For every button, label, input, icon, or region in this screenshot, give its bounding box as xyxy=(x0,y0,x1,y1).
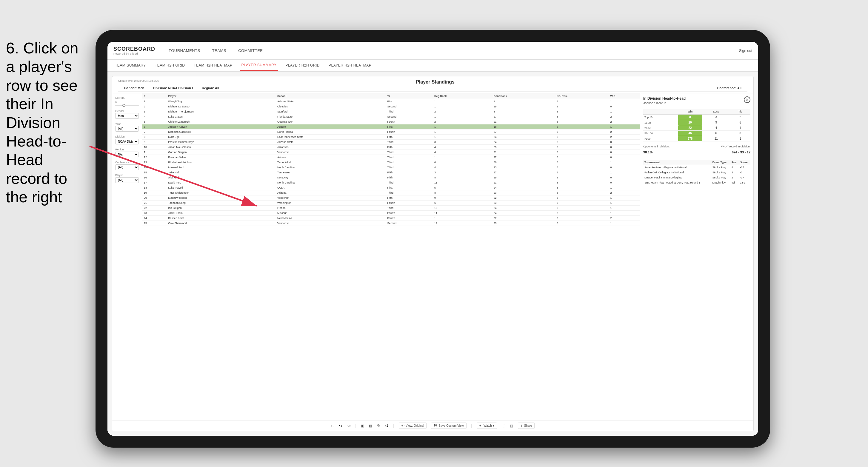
table-row[interactable]: 5 Christo Lamprecht Georgia Tech Fourth … xyxy=(142,119,640,124)
tournament-score: 18-1 xyxy=(739,180,750,185)
cell-school: North Carolina xyxy=(276,165,385,170)
cell-school: East Tennessee State xyxy=(276,134,385,139)
table-row[interactable]: 18 Luke Powell UCLA First 5 24 8 1 xyxy=(142,185,640,190)
h2h-row-26-50[interactable]: 26-50 22 4 1 xyxy=(643,125,750,131)
cell-no-rds: 8 xyxy=(555,216,609,221)
cell-reg-rank: 1 xyxy=(433,134,492,139)
h2h-row-gt100[interactable]: >100 578 11 1 xyxy=(643,136,750,142)
tournament-row[interactable]: Mirabel Maui Jim Intercollegiate Stroke … xyxy=(643,175,750,180)
toolbar-undo[interactable]: ↩ xyxy=(331,424,335,428)
toolbar-table[interactable]: ⊠ xyxy=(369,424,373,428)
toolbar-redo[interactable]: ↪ xyxy=(339,424,343,428)
tournament-row[interactable]: Fallen Oak Collegiate Invitational Strok… xyxy=(643,170,750,175)
cell-player: Jacob Mau-Olesen xyxy=(166,145,276,150)
toolbar-edit[interactable]: ✎ xyxy=(377,424,380,428)
table-row[interactable]: 25 Cole Sherwood Vanderbilt Second 12 23… xyxy=(142,221,640,226)
nav-committee[interactable]: COMMITTEE xyxy=(237,48,265,53)
tournament-row[interactable]: SEC Match Play hosted by Jerry Pata Roun… xyxy=(643,180,750,185)
table-row[interactable]: 7 Nicholas Gabrelcik North Florida Fourt… xyxy=(142,129,640,134)
cell-player: Ian Gilligan xyxy=(166,206,276,211)
cell-reg-rank: 5 xyxy=(433,185,492,190)
table-row[interactable]: 16 Alex Goff Kentucky Fifth 8 19 8 0 xyxy=(142,175,640,180)
table-row[interactable]: 24 Bastien Amat New Mexico Fourth 1 27 8… xyxy=(142,216,640,221)
toolbar-grid[interactable]: ⊞ xyxy=(361,424,365,428)
cell-win: 0 xyxy=(609,175,640,180)
table-row[interactable]: 20 Matthew Riedel Vanderbilt Fifth 9 22 … xyxy=(142,195,640,200)
cell-yr: Second xyxy=(385,221,433,226)
win-51-100: 46 xyxy=(678,131,702,136)
region-filter: Region N/a xyxy=(115,148,139,157)
year-select[interactable]: (All) xyxy=(115,126,139,132)
toolbar-layout2[interactable]: ⊡ xyxy=(510,424,514,428)
tab-team-summary[interactable]: TEAM SUMMARY xyxy=(114,60,148,71)
h2h-row-top10[interactable]: Top 10 8 3 2 xyxy=(643,115,750,120)
gender-select[interactable]: Men xyxy=(115,113,139,119)
table-header-row: # Player School Yr Reg Rank Conf Rank No… xyxy=(142,93,640,99)
h2h-close-button[interactable]: ✕ xyxy=(744,96,750,103)
table-row[interactable]: 10 Jacob Mau-Olesen Arkansas Fifth 4 25 … xyxy=(142,145,640,150)
share-button[interactable]: ⬆ Share xyxy=(518,423,535,429)
table-row[interactable]: 14 Maxwell Ford North Carolina Third 4 2… xyxy=(142,165,640,170)
table-row[interactable]: 19 Tiger Christensen Arizona Third 8 23 … xyxy=(142,190,640,195)
cell-reg-rank: 2 xyxy=(433,109,492,114)
slider-bar[interactable] xyxy=(115,105,139,106)
slider-thumb[interactable] xyxy=(122,104,125,107)
cell-win: 2 xyxy=(609,134,640,139)
filter-division: Division: NCAA Division I xyxy=(153,86,193,90)
toolbar-loop[interactable]: ↺ xyxy=(385,424,389,428)
save-custom-view-button[interactable]: 💾 Save Custom View xyxy=(431,423,466,429)
tab-team-h2h-grid[interactable]: TEAM H2H GRID xyxy=(153,60,187,71)
cell-school: Washington xyxy=(276,200,385,206)
table-row[interactable]: 12 Brendan Valles Auburn Third 1 27 8 0 xyxy=(142,155,640,160)
watch-label: Watch ▾ xyxy=(484,424,494,427)
cell-reg-rank: 6 xyxy=(433,160,492,165)
toolbar-layout1[interactable]: ⬚ xyxy=(501,424,505,428)
table-row[interactable]: 11 Gordon Sargent Vanderbilt Third 4 21 … xyxy=(142,150,640,155)
table-row[interactable]: 22 Ian Gilligan Florida Third 10 24 8 1 xyxy=(142,206,640,211)
sign-out-link[interactable]: Sign out xyxy=(739,49,752,53)
table-row[interactable]: 17 David Ford North Carolina Third 11 21… xyxy=(142,180,640,185)
division-select[interactable]: NCAA Division I xyxy=(115,139,139,145)
h2h-row-11-25[interactable]: 11-25 20 9 5 xyxy=(643,120,750,125)
table-row[interactable]: 13 Phichaksn Maichon Texas A&M Third 6 3… xyxy=(142,160,640,165)
cell-rank: 7 xyxy=(142,129,166,134)
table-row[interactable]: 23 Jack Lundin Missouri Fourth 11 24 8 1 xyxy=(142,211,640,216)
loss-gt100: 11 xyxy=(702,136,730,142)
tab-team-h2h-heatmap[interactable]: TEAM H2H HEATMAP xyxy=(192,60,234,71)
loss-11-25: 9 xyxy=(702,120,730,125)
region-select[interactable]: N/a xyxy=(115,152,139,157)
conference-select[interactable]: (All) xyxy=(115,164,139,170)
loss-51-100: 6 xyxy=(702,131,730,136)
tournament-type: Stroke Play xyxy=(711,175,731,180)
tab-player-summary[interactable]: PLAYER SUMMARY xyxy=(240,60,278,71)
table-row[interactable]: 2 Michael La Sasso Ole Miss Second 1 19 … xyxy=(142,104,640,109)
table-row[interactable]: 8 Mats Ege East Tennessee State Fifth 1 … xyxy=(142,134,640,139)
cell-school: Florida xyxy=(276,206,385,211)
tab-player-h2h-heatmap[interactable]: PLAYER H2H HEATMAP xyxy=(327,60,373,71)
table-row[interactable]: 21 Taehoon Song Washington Fourth 6 23 8… xyxy=(142,200,640,206)
nav-tournaments[interactable]: TOURNAMENTS xyxy=(167,48,202,53)
h2h-row-51-100[interactable]: 51-100 46 6 3 xyxy=(643,131,750,136)
cell-reg-rank: 8 xyxy=(433,190,492,195)
dashboard-panel: Update time: 27/03/2024 16:56:26 Player … xyxy=(112,76,754,431)
table-row[interactable]: 9 Preston Summerhays Arizona State Third… xyxy=(142,139,640,145)
cell-yr: Third xyxy=(385,165,433,170)
player-select[interactable]: (All) xyxy=(115,177,139,183)
tournament-row[interactable]: Amer Am Intercollegiate Invitational Str… xyxy=(643,165,750,170)
toolbar-refresh[interactable]: ⤻ xyxy=(347,424,351,428)
table-row[interactable]: 4 Luke Claton Florida State Second 1 27 … xyxy=(142,114,640,119)
separator-3: | xyxy=(471,423,472,429)
logo-sub: Powered by clippd xyxy=(114,52,155,55)
watch-button[interactable]: 👁 Watch ▾ xyxy=(477,423,497,429)
nav-teams[interactable]: TEAMS xyxy=(211,48,228,53)
top-nav: SCOREBOARD Powered by clippd TOURNAMENTS… xyxy=(107,42,758,60)
loss-top10: 3 xyxy=(702,115,730,120)
gender-filter-label: Gender xyxy=(115,110,139,113)
table-row[interactable]: 1 Wenyi Ding Arizona State First 1 1 8 1 xyxy=(142,99,640,104)
tab-player-h2h-grid[interactable]: PLAYER H2H GRID xyxy=(284,60,321,71)
table-row[interactable]: 15 Jake Hall Tennessee Fifth 3 27 8 1 xyxy=(142,170,640,175)
table-row[interactable]: 6 Jackson Koivun Auburn First 1 18 8 1 xyxy=(142,124,640,129)
cell-yr: Third xyxy=(385,139,433,145)
table-row[interactable]: 3 Michael Thorbjornsen Stanford Third 2 … xyxy=(142,109,640,114)
view-original-button[interactable]: 👁 View: Original xyxy=(399,423,427,429)
